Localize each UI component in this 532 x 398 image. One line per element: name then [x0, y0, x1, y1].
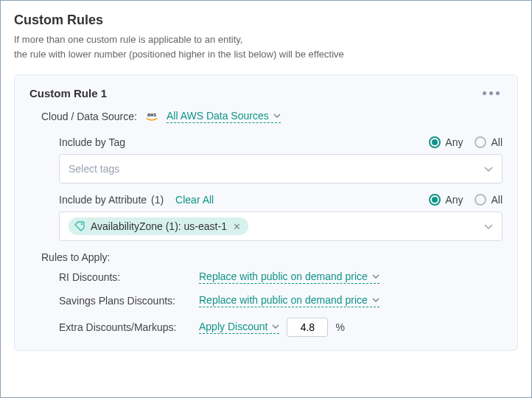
- more-options-button[interactable]: [480, 88, 503, 98]
- attribute-chip-text: AvailabilityZone (1): us-east-1: [91, 220, 227, 232]
- page-title: Custom Rules: [14, 13, 518, 28]
- chevron-down-icon: [272, 324, 279, 329]
- tag-radio-all[interactable]: All: [475, 136, 503, 148]
- page-description: If more than one custom rule is applicab…: [14, 32, 518, 61]
- chevron-down-icon: [372, 298, 379, 302]
- cloud-source-dropdown[interactable]: All AWS Data Sources: [167, 110, 281, 123]
- aws-icon: aws: [144, 111, 159, 122]
- svg-text:aws: aws: [147, 112, 156, 117]
- attr-radio-any-label: Any: [445, 194, 463, 206]
- desc-line-2: the rule with lower number (positioned h…: [14, 49, 344, 60]
- include-by-attribute-label: Include by Attribute: [59, 194, 147, 206]
- custom-rule-card: Custom Rule 1 Cloud / Data Source: aws A…: [14, 74, 518, 351]
- rules-to-apply-label: Rules to Apply:: [29, 251, 503, 263]
- attr-radio-all-label: All: [491, 194, 503, 206]
- sp-discounts-label: Savings Plans Discounts:: [59, 295, 199, 307]
- card-title: Custom Rule 1: [29, 87, 107, 100]
- sp-discounts-dropdown[interactable]: Replace with public on demand price: [199, 294, 379, 307]
- extra-discounts-type-value: Apply Discount: [199, 321, 267, 332]
- attr-radio-all[interactable]: All: [475, 194, 503, 206]
- chevron-down-icon: [372, 274, 379, 279]
- chevron-down-icon: [273, 114, 281, 118]
- tag-radio-any[interactable]: Any: [429, 136, 463, 148]
- select-tags-dropdown[interactable]: Select tags: [59, 154, 503, 184]
- extra-discounts-label: Extra Discounts/Markups:: [59, 321, 199, 333]
- ri-discounts-value: Replace with public on demand price: [199, 270, 368, 282]
- select-attributes-dropdown[interactable]: AvailabilityZone (1): us-east-1 ✕: [59, 212, 503, 241]
- percent-label: %: [335, 321, 344, 333]
- attribute-chip: AvailabilityZone (1): us-east-1 ✕: [69, 217, 248, 235]
- tag-radio-any-label: Any: [445, 136, 463, 148]
- include-by-tag-label: Include by Tag: [59, 136, 125, 148]
- include-by-attribute-count: (1): [151, 194, 164, 206]
- ri-discounts-label: RI Discounts:: [59, 271, 199, 283]
- cloud-source-label: Cloud / Data Source:: [41, 111, 137, 122]
- svg-point-1: [81, 223, 83, 225]
- tag-radio-all-label: All: [491, 136, 503, 148]
- tag-icon: [74, 221, 85, 231]
- remove-chip-button[interactable]: ✕: [233, 222, 241, 231]
- desc-line-1: If more than one custom rule is applicab…: [14, 34, 242, 45]
- extra-discounts-amount-input[interactable]: [287, 318, 328, 337]
- sp-discounts-value: Replace with public on demand price: [199, 294, 368, 306]
- extra-discounts-type-dropdown[interactable]: Apply Discount: [199, 321, 279, 334]
- cloud-source-value: All AWS Data Sources: [167, 110, 269, 122]
- attr-radio-any[interactable]: Any: [429, 194, 463, 206]
- ri-discounts-dropdown[interactable]: Replace with public on demand price: [199, 270, 379, 284]
- chevron-down-icon: [484, 167, 493, 172]
- clear-all-button[interactable]: Clear All: [175, 194, 214, 206]
- select-tags-placeholder: Select tags: [69, 163, 119, 175]
- chevron-down-icon: [484, 224, 493, 229]
